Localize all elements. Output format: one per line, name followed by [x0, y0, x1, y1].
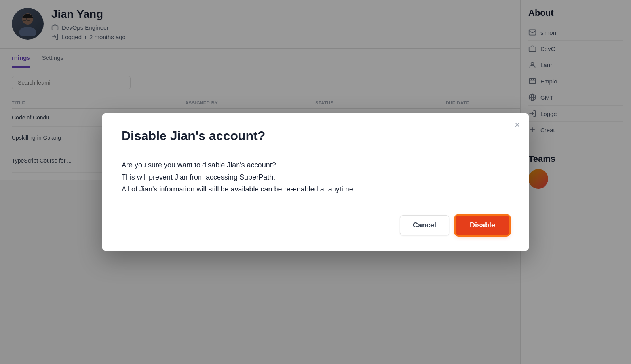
modal-body-line1: Are you sure you want to disable Jian's …	[122, 159, 509, 171]
modal-close-button[interactable]: ×	[515, 121, 520, 129]
modal-body-line2: This will prevent Jian from accessing Su…	[122, 171, 509, 184]
confirm-modal: × Disable Jian's account? Are you sure y…	[102, 113, 529, 251]
modal-body: Are you sure you want to disable Jian's …	[122, 159, 509, 195]
modal-body-line3: All of Jian's information will still be …	[122, 183, 509, 195]
disable-button[interactable]: Disable	[456, 216, 509, 235]
modal-backdrop: × Disable Jian's account? Are you sure y…	[0, 0, 631, 364]
modal-title: Disable Jian's account?	[122, 129, 509, 143]
modal-actions: Cancel Disable	[122, 215, 509, 235]
cancel-button[interactable]: Cancel	[400, 215, 449, 235]
